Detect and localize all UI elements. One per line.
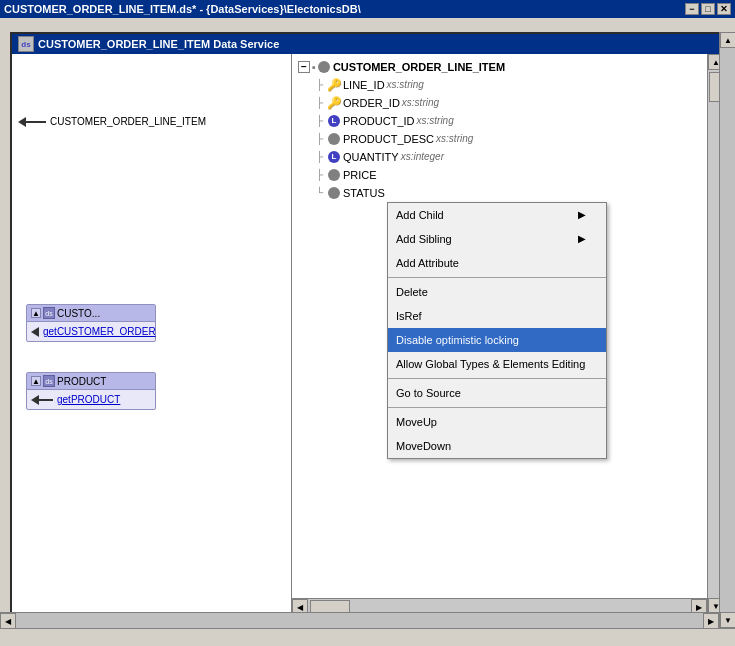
outer-scrollbar-h: ◀ ▶ — [0, 612, 719, 628]
outer-scroll-right-button[interactable]: ▶ — [703, 613, 719, 629]
menu-item-delete-label: Delete — [396, 283, 428, 301]
card2-arrow-line — [39, 399, 53, 401]
tree-line-icon: ├ — [316, 113, 328, 129]
minimize-button[interactable]: − — [685, 3, 699, 15]
ds-card-product-header: ▲ ds PRODUCT — [27, 373, 155, 390]
menu-arrow-icon: ▶ — [578, 230, 586, 248]
tree-item-type: xs:string — [417, 113, 454, 129]
menu-item-add-attribute-label: Add Attribute — [396, 254, 459, 272]
tree-item[interactable]: └ STATUS — [296, 184, 719, 202]
menu-item-disable-optimistic[interactable]: Disable optimistic locking — [388, 328, 606, 352]
tree-item[interactable]: ├ 🔑 ORDER_ID xs:string — [296, 94, 719, 112]
menu-item-isref[interactable]: IsRef — [388, 304, 606, 328]
inner-panel: ds CUSTOMER_ORDER_LINE_ITEM Data Service… — [10, 32, 725, 616]
tree-gray-icon — [328, 169, 340, 181]
maximize-button[interactable]: □ — [701, 3, 715, 15]
menu-item-goto-source-label: Go to Source — [396, 384, 461, 402]
content-area: CUSTOMER_ORDER_LINE_ITEM ▲ ds CUSTO... g… — [12, 54, 723, 614]
tree-item-label: ORDER_ID — [343, 95, 400, 111]
tree-item-label: PRICE — [343, 167, 377, 183]
menu-item-add-child-label: Add Child — [396, 206, 444, 224]
tree-root-icon — [318, 61, 330, 73]
tree-item[interactable]: ├ 🔑 LINE_ID xs:string — [296, 76, 719, 94]
tree-item-label: PRODUCT_DESC — [343, 131, 434, 147]
ds-card-customer-name: CUSTO... — [57, 308, 100, 319]
tree-blue-icon: L — [328, 115, 340, 127]
tree-key-icon: 🔑 — [328, 79, 340, 91]
menu-item-movedown-label: MoveDown — [396, 437, 451, 455]
tree-root-item[interactable]: − ▪ CUSTOMER_ORDER_LINE_ITEM — [296, 58, 719, 76]
menu-separator-3 — [388, 407, 606, 408]
ds-card-customer-icon: ds — [43, 307, 55, 319]
menu-item-moveup-label: MoveUp — [396, 413, 437, 431]
card2-arrow-head-icon — [31, 395, 39, 405]
tree-area: − ▪ CUSTOMER_ORDER_LINE_ITEM ├ 🔑 LINE_ID… — [292, 54, 723, 206]
panel-title-name: CUSTOMER_ORDER_LINE_ITEM — [38, 38, 210, 50]
tree-gray-icon — [328, 133, 340, 145]
main-window: ds CUSTOMER_ORDER_LINE_ITEM Data Service… — [0, 18, 735, 646]
tree-line-icon: ├ — [316, 149, 328, 165]
tree-item-type: xs:string — [402, 95, 439, 111]
tree-gray-icon — [328, 187, 340, 199]
close-button[interactable]: ✕ — [717, 3, 731, 15]
outer-scroll-up-button[interactable]: ▲ — [720, 32, 735, 48]
panel-title-text: CUSTOMER_ORDER_LINE_ITEM Data Service — [38, 38, 279, 50]
ds-card-product: ▲ ds PRODUCT getPRODUCT — [26, 372, 156, 410]
menu-separator-2 — [388, 378, 606, 379]
title-bar-buttons: − □ ✕ — [685, 3, 731, 15]
panel-title-bar: ds CUSTOMER_ORDER_LINE_ITEM Data Service — [12, 34, 723, 54]
outer-scroll-down-button[interactable]: ▼ — [720, 612, 735, 628]
menu-item-disable-optimistic-label: Disable optimistic locking — [396, 331, 519, 349]
tree-item-type: xs:integer — [401, 149, 444, 165]
arrow-line — [26, 121, 46, 123]
outer-scrollbar-track[interactable] — [720, 48, 735, 612]
tree-line-icon: └ — [316, 185, 328, 201]
tree-root-connector: ▪ — [312, 59, 316, 75]
ds-card-product-collapse[interactable]: ▲ — [31, 376, 41, 386]
get-product-link[interactable]: getPRODUCT — [53, 392, 124, 407]
menu-separator-1 — [388, 277, 606, 278]
outer-scroll-left-button[interactable]: ◀ — [0, 613, 16, 629]
outer-scrollbar-v: ▲ ▼ — [719, 32, 735, 628]
left-canvas: CUSTOMER_ORDER_LINE_ITEM ▲ ds CUSTO... g… — [12, 54, 292, 614]
tree-item[interactable]: ├ L PRODUCT_ID xs:string — [296, 112, 719, 130]
menu-item-add-attribute[interactable]: Add Attribute — [388, 251, 606, 275]
get-customer-order-link[interactable]: getCUSTOMER_ORDER — [39, 324, 160, 339]
menu-item-add-sibling[interactable]: Add Sibling ▶ — [388, 227, 606, 251]
root-arrow-label: CUSTOMER_ORDER_LINE_ITEM — [50, 116, 206, 127]
tree-item[interactable]: ├ PRICE — [296, 166, 719, 184]
card1-arrow-head-icon — [31, 327, 39, 337]
tree-item-label: QUANTITY — [343, 149, 399, 165]
panel-title-suffix: Data Service — [210, 38, 279, 50]
arrow-head-left-icon — [18, 117, 26, 127]
menu-item-delete[interactable]: Delete — [388, 280, 606, 304]
menu-item-goto-source[interactable]: Go to Source — [388, 381, 606, 405]
tree-line-icon: ├ — [316, 167, 328, 183]
ds-card-product-name: PRODUCT — [57, 376, 106, 387]
ds-card-customer-header: ▲ ds CUSTO... — [27, 305, 155, 322]
menu-item-movedown[interactable]: MoveDown — [388, 434, 606, 458]
title-bar: CUSTOMER_ORDER_LINE_ITEM.ds* - {DataServ… — [0, 0, 735, 18]
menu-item-allow-global[interactable]: Allow Global Types & Elements Editing — [388, 352, 606, 376]
title-bar-text: CUSTOMER_ORDER_LINE_ITEM.ds* - {DataServ… — [4, 3, 361, 15]
menu-item-allow-global-label: Allow Global Types & Elements Editing — [396, 355, 585, 373]
ds-card-product-icon: ds — [43, 375, 55, 387]
ds-card-customer-collapse[interactable]: ▲ — [31, 308, 41, 318]
tree-key-icon: 🔑 — [328, 97, 340, 109]
panel-icon: ds — [18, 36, 34, 52]
tree-item[interactable]: ├ L QUANTITY xs:integer — [296, 148, 719, 166]
tree-item-type: xs:string — [436, 131, 473, 147]
menu-item-add-child[interactable]: Add Child ▶ — [388, 203, 606, 227]
tree-root-label: CUSTOMER_ORDER_LINE_ITEM — [333, 59, 505, 75]
menu-item-add-sibling-label: Add Sibling — [396, 230, 452, 248]
ds-card-customer: ▲ ds CUSTO... getCUSTOMER_ORDER — [26, 304, 156, 342]
tree-expand-root[interactable]: − — [298, 61, 310, 73]
menu-item-moveup[interactable]: MoveUp — [388, 410, 606, 434]
tree-item-label: STATUS — [343, 185, 385, 201]
menu-item-isref-label: IsRef — [396, 307, 422, 325]
status-bar — [0, 628, 735, 646]
tree-item[interactable]: ├ PRODUCT_DESC xs:string — [296, 130, 719, 148]
menu-arrow-icon: ▶ — [578, 206, 586, 224]
outer-scrollbar-h-track[interactable] — [16, 613, 703, 628]
tree-blue-icon: L — [328, 151, 340, 163]
